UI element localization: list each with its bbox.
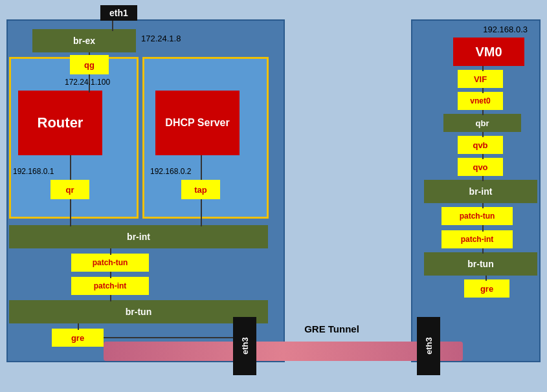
conn-brtun-gre-right [486, 276, 487, 281]
br-ex-bridge: br-ex [32, 29, 136, 52]
conn-router-qr [70, 155, 71, 181]
conn-patchint-brtun-left [110, 295, 111, 301]
vm0-box: VM0 [453, 38, 524, 66]
eth1-label: eth1 [100, 5, 137, 21]
br-tun-right-bridge: br-tun [424, 252, 537, 276]
br-ex-ip: 172.24.1.8 [141, 34, 181, 43]
gre-tunnel-label: GRE Tunnel [240, 323, 424, 334]
gre-tunnel-line [104, 342, 463, 361]
qg-ip: 172.24.1.100 [65, 78, 110, 87]
gre-right-interface: gre [464, 279, 509, 298]
dhcp-server-box: DHCP Server [155, 91, 240, 155]
conn-brint-patchtun-left [110, 248, 111, 255]
dhcp-ip: 192.168.0.2 [150, 167, 191, 176]
br-int-left-bridge: br-int [9, 225, 268, 248]
conn-brint-patchtun-right [482, 203, 484, 208]
gre-left-interface: gre [52, 329, 104, 347]
patch-tun-right: patch-tun [441, 207, 513, 225]
router-ip: 192.168.0.1 [13, 167, 54, 176]
qr-interface: qr [50, 180, 89, 199]
vm0-ip: 192.168.0.3 [483, 25, 528, 34]
patch-int-left: patch-int [71, 277, 149, 295]
conn-qr-brint [70, 199, 71, 226]
br-int-right-bridge: br-int [424, 180, 537, 203]
patch-int-right: patch-int [441, 230, 513, 248]
tap-interface: tap [181, 180, 220, 199]
conn-vnet0-qbr [482, 110, 484, 115]
conn-qvb-qvo [482, 154, 484, 159]
vnet0-interface: vnet0 [458, 92, 503, 110]
conn-patchint-brtun-right [482, 248, 484, 254]
qvb-interface: qvb [458, 136, 503, 154]
conn-tap-brint [201, 199, 202, 226]
qvo-interface: qvo [458, 158, 503, 176]
conn-vif-vnet0 [482, 88, 484, 93]
conn-gre-eth3-left [104, 337, 233, 338]
conn-dhcp-tap [201, 155, 202, 181]
conn-patchtun-patchint-left [110, 272, 111, 278]
router-box: Router [18, 91, 102, 155]
patch-tun-left: patch-tun [71, 254, 149, 272]
qbr-bridge: qbr [443, 114, 521, 132]
conn-qbr-qvb [482, 132, 484, 137]
vif-interface: VIF [458, 70, 503, 88]
conn-qvo-brint-right [482, 176, 484, 181]
conn-vm0-vif [482, 66, 484, 71]
conn-patchtun-patchint-right [482, 225, 484, 232]
network-diagram: eth1 br-ex 172.24.1.8 ns : qrouter-XXX n… [0, 0, 547, 392]
conn-brtun-gre-left [78, 323, 79, 330]
br-tun-left-bridge: br-tun [9, 300, 268, 323]
qg-interface: qg [70, 55, 109, 74]
